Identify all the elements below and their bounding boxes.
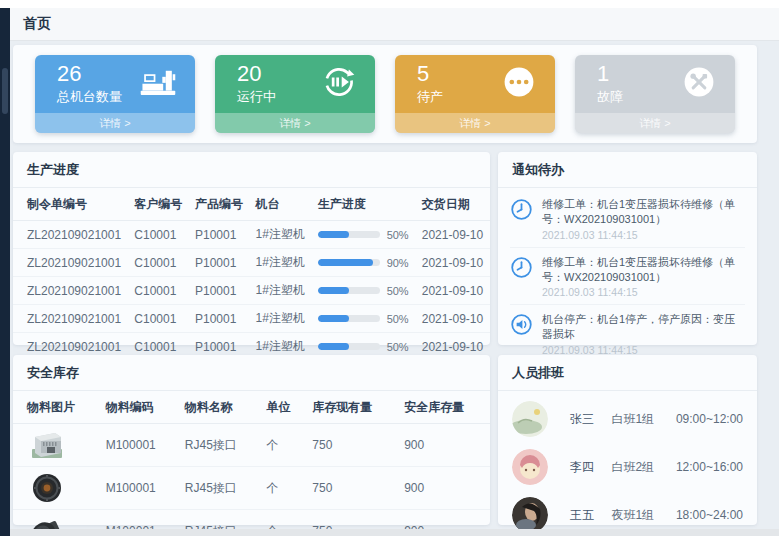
col-order-no: 制令单编号 [13, 188, 128, 221]
person-time: 18:00~24:00 [676, 508, 743, 522]
running-label: 运行中 [237, 88, 276, 106]
person-name: 张三 [548, 411, 611, 428]
progress-bar [318, 343, 380, 350]
progress-bar [318, 287, 380, 294]
person-shift: 白班2组 [611, 459, 676, 476]
personnel-schedule-title: 人员排班 [498, 355, 757, 391]
safety-stock-panel: 安全库存 物料图片 物料编码 物料名称 单位 库存现有量 安全库存量 [13, 355, 490, 525]
top-strip [0, 0, 779, 8]
tools-icon [681, 64, 717, 104]
person-time: 09:00~12:00 [676, 412, 743, 426]
sidebar-scrollbar-thumb[interactable] [2, 68, 8, 114]
safety-stock-table: 物料图片 物料编码 物料名称 单位 库存现有量 安全库存量 [13, 391, 490, 536]
notification-text: 机台停产：机台1停产，停产原因：变压器损坏 [542, 312, 745, 342]
notification-time: 2021.09.03 11:44:15 [542, 229, 745, 241]
ellipsis-icon [501, 64, 537, 104]
total-machines-detail-link[interactable]: 详情 > [35, 113, 195, 133]
pending-detail-link[interactable]: 详情 > [395, 113, 555, 133]
col-delivery-date: 交货日期 [416, 188, 490, 221]
person-shift: 夜班1组 [611, 507, 676, 524]
progress-bar [318, 315, 380, 322]
notification-text: 维修工单：机台1变压器损坏待维修（单号：WX202109031001） [542, 255, 745, 285]
total-machines-label: 总机台数量 [57, 88, 122, 106]
person-shift: 白班1组 [611, 411, 676, 428]
speaker-driver-photo [27, 472, 94, 504]
machine-icon [139, 66, 177, 102]
fault-label: 故障 [597, 88, 623, 106]
person-name: 李四 [548, 459, 611, 476]
production-progress-title: 生产进度 [13, 152, 490, 188]
list-item: 张三 白班1组 09:00~12:00 [512, 395, 743, 443]
pending-value: 5 [417, 62, 443, 86]
breadcrumb-home[interactable]: 首页 [23, 15, 51, 33]
table-row: M100001 RJ45接口 个 750 900 [13, 467, 490, 510]
running-detail-link[interactable]: 详情 > [215, 113, 375, 133]
personnel-schedule-panel: 人员排班 张三 白班1组 09:00~12:00 [498, 355, 757, 525]
list-item: 李四 白班2组 12:00~16:00 [512, 443, 743, 491]
total-machines-value: 26 [57, 62, 122, 86]
col-machine: 机台 [250, 188, 312, 221]
card-total-machines[interactable]: 26 总机台数量 [35, 55, 195, 133]
avatar [512, 401, 548, 437]
main-content: 26 总机台数量 [10, 41, 779, 529]
table-row: ZL202109021001 C10001 P10001 1#注塑机 50% 2… [13, 305, 490, 333]
avatar [512, 497, 548, 533]
col-material-image: 物料图片 [13, 391, 100, 424]
col-customer-no: 客户编号 [128, 188, 189, 221]
dashboard-screen: 首页 26 总机台数量 [0, 0, 779, 536]
notifications-title: 通知待办 [498, 152, 757, 188]
avatar [512, 449, 548, 485]
notification-time: 2021.09.03 11:44:15 [542, 286, 745, 298]
col-safety-qty: 安全库存量 [398, 391, 490, 424]
col-product-no: 产品编号 [189, 188, 250, 221]
col-material-code: 物料编码 [100, 391, 179, 424]
col-current-qty: 库存现有量 [306, 391, 398, 424]
running-value: 20 [237, 62, 276, 86]
fault-value: 1 [597, 62, 623, 86]
table-row: ZL202109021001 C10001 P10001 1#注塑机 50% 2… [13, 277, 490, 305]
header-bar: 首页 [10, 8, 779, 41]
person-time: 12:00~16:00 [676, 460, 743, 474]
production-progress-panel: 生产进度 制令单编号 客户编号 产品编号 机台 生产进度 交货日期 [13, 152, 490, 345]
table-row: ZL202109021001 C10001 P10001 1#注塑机 90% 2… [13, 249, 490, 277]
horizontal-scrollbar-track[interactable] [10, 529, 779, 536]
rj45-connector-photo [27, 429, 94, 461]
clock-icon [510, 255, 534, 299]
notification-text: 维修工单：机台1变压器损坏待维修（单号：WX202109031001） [542, 197, 745, 227]
table-row: M100001 RJ45接口 个 750 900 [13, 424, 490, 467]
stat-cards-panel: 26 总机台数量 [13, 45, 757, 143]
fault-detail-link[interactable]: 详情 > [575, 113, 735, 133]
col-material-name: 物料名称 [179, 391, 261, 424]
card-fault[interactable]: 1 故障 [575, 55, 735, 133]
notifications-panel: 通知待办 维修工单：机台1变压器损坏待维修（单号：WX202109031001）… [498, 152, 757, 345]
card-pending[interactable]: 5 待产 详情 > [395, 55, 555, 133]
person-name: 王五 [548, 507, 611, 524]
col-progress: 生产进度 [312, 188, 416, 221]
list-item[interactable]: 维修工单：机台1变压器损坏待维修（单号：WX202109031001） 2021… [510, 190, 745, 248]
speaker-icon [510, 312, 534, 356]
sidebar-rail [0, 8, 10, 536]
progress-bar [318, 231, 380, 238]
pending-label: 待产 [417, 88, 443, 106]
progress-bar [318, 259, 380, 266]
safety-stock-title: 安全库存 [13, 355, 490, 391]
running-icon [321, 64, 357, 104]
list-item[interactable]: 维修工单：机台1变压器损坏待维修（单号：WX202109031001） 2021… [510, 248, 745, 306]
production-progress-table: 制令单编号 客户编号 产品编号 机台 生产进度 交货日期 ZL202109021… [13, 188, 490, 360]
clock-icon [510, 197, 534, 241]
card-running[interactable]: 20 运行中 详情 > [215, 55, 375, 133]
col-unit: 单位 [260, 391, 306, 424]
table-row: ZL202109021001 C10001 P10001 1#注塑机 50% 2… [13, 221, 490, 249]
